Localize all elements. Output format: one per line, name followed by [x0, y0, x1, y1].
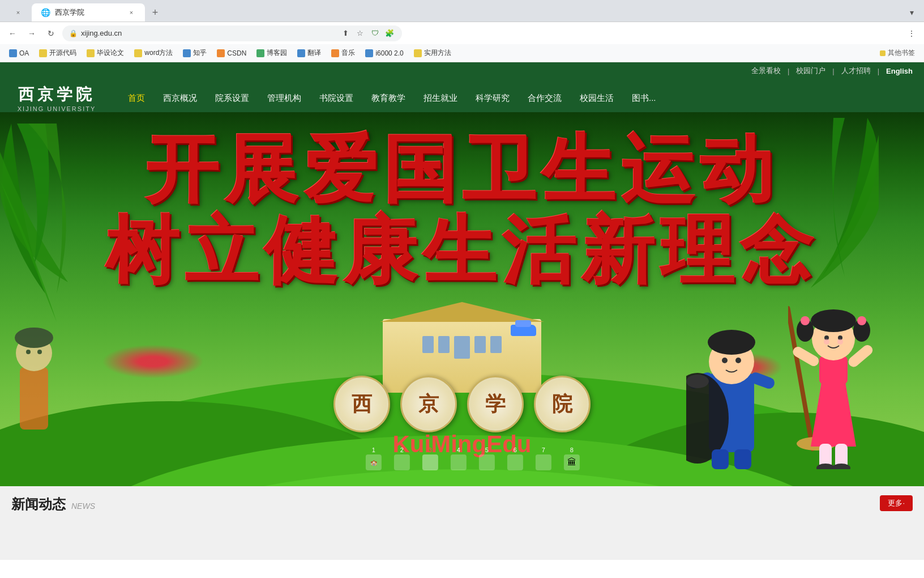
address-bar-row: ← → ↻ 🔒 xijing.edu.cn ⬆ ☆ 🛡 🧩 ⋮ — [0, 22, 924, 44]
slide-4[interactable]: 4 — [451, 447, 467, 470]
bookmark-methods[interactable]: 实用方法 — [409, 47, 456, 59]
slide-2[interactable]: 2 — [394, 447, 410, 470]
nav-menu: 首页 西京概况 院系设置 管理机构 书院设置 教育教学 招生就业 科学研究 合作… — [119, 87, 913, 109]
tab-overflow-button[interactable]: ▾ — [904, 5, 919, 20]
slide-5[interactable]: 5 — [479, 447, 495, 470]
more-button[interactable]: 更多· — [880, 495, 913, 511]
svg-point-39 — [37, 350, 42, 354]
bookmark-word-label: word方法 — [144, 48, 173, 58]
nav-management[interactable]: 管理机构 — [258, 87, 310, 109]
nav-research[interactable]: 科学研究 — [467, 87, 519, 109]
header-main: 西京学院 XIJING UNIVERSITY 首页 西京概况 院系设置 管理机构… — [0, 79, 924, 112]
bookmark-cnblogs-label: 博客园 — [267, 48, 287, 58]
back-button[interactable]: ← — [5, 26, 20, 41]
website-content: 全景看校 | 校园门户 | 人才招聘 | English 西京学院 XIJING… — [0, 62, 924, 560]
medallions-row: 西 京 学 院 — [333, 376, 591, 432]
bookmark-oa-icon — [9, 49, 17, 57]
bookmark-thesis-icon — [87, 49, 95, 57]
more-bookmarks-label: 其他书签 — [888, 48, 915, 58]
cartoon-left-character — [6, 299, 62, 441]
bookmark-oa[interactable]: OA — [5, 48, 33, 58]
address-icons: ⬆ ☆ 🛡 🧩 — [340, 28, 395, 39]
slide-3[interactable]: 3 — [422, 447, 438, 470]
address-bar[interactable]: 🔒 xijing.edu.cn ⬆ ☆ 🛡 🧩 — [62, 26, 402, 41]
window-center — [454, 336, 470, 359]
slide-indicators: 1 🏫 2 3 4 5 6 — [366, 447, 580, 470]
customize-button[interactable]: ⋮ — [904, 26, 919, 41]
slide-icon-5 — [479, 454, 495, 470]
slide-num-6: 6 — [514, 447, 517, 453]
bookmark-opensrc-icon — [39, 49, 47, 57]
svg-point-27 — [824, 339, 829, 345]
tab-inactive-close[interactable]: × — [14, 8, 23, 17]
bookmark-i6000-label: i6000 2.0 — [375, 49, 403, 57]
bookmark-cnblogs-icon — [256, 49, 264, 57]
nav-library[interactable]: 图书... — [623, 87, 665, 109]
nav-enrollment[interactable]: 招生就业 — [414, 87, 467, 109]
car-top — [515, 320, 531, 327]
bookmark-i6000-icon — [365, 49, 373, 57]
nav-about[interactable]: 西京概况 — [154, 87, 206, 109]
forward-button[interactable]: → — [24, 26, 40, 41]
bookmark-cnblogs[interactable]: 博客园 — [252, 47, 292, 59]
logo-cn: 西京学院 — [18, 84, 95, 105]
flower-patch-left — [102, 345, 204, 379]
extension-icon[interactable]: 🧩 — [384, 28, 395, 39]
logo-area[interactable]: 西京学院 XIJING UNIVERSITY — [11, 84, 102, 112]
header-sep-1: | — [788, 67, 789, 75]
bottom-section: 新闻动态 NEWS 更多· — [0, 486, 924, 560]
refresh-button[interactable]: ↻ — [43, 26, 59, 41]
bookmark-zhihu[interactable]: 知乎 — [178, 47, 211, 59]
bookmark-csdn[interactable]: CSDN — [212, 48, 251, 58]
building-windows — [422, 336, 502, 359]
more-bookmarks: 其他书签 — [875, 47, 919, 59]
medallion-1: 西 — [333, 376, 390, 432]
star-icon[interactable]: ☆ — [354, 28, 366, 39]
nav-campus[interactable]: 校园生活 — [571, 87, 623, 109]
share-icon[interactable]: ⬆ — [340, 28, 351, 39]
slide-1[interactable]: 1 🏫 — [366, 447, 382, 470]
medallion-4: 院 — [534, 376, 591, 432]
tab-inactive[interactable]: × — [5, 3, 32, 22]
slide-num-8: 8 — [570, 447, 574, 453]
address-url: xijing.edu.cn — [81, 29, 336, 37]
news-section: 新闻动态 NEWS — [11, 495, 95, 513]
header-link-panorama[interactable]: 全景看校 — [751, 66, 781, 76]
window — [490, 336, 502, 353]
tab-overflow: ▾ — [904, 5, 919, 20]
slide-7[interactable]: 7 — [536, 447, 551, 470]
hero-banner: 开展爱国卫生运动 树立健康生活新理念 西 京 学 院 — [0, 112, 924, 486]
nav-cooperation[interactable]: 合作交流 — [519, 87, 571, 109]
bookmark-i6000[interactable]: i6000 2.0 — [361, 48, 408, 58]
hero-main-text: 开展爱国卫生运动 树立健康生活新理念 — [34, 129, 890, 291]
bookmark-word[interactable]: word方法 — [130, 47, 177, 59]
nav-departments[interactable]: 院系设置 — [206, 87, 258, 109]
header-link-english[interactable]: English — [886, 67, 913, 75]
news-subtitle: NEWS — [71, 502, 95, 511]
bookmark-music[interactable]: 音乐 — [327, 47, 360, 59]
tab-active[interactable]: 🌐 西京学院 × — [32, 3, 145, 22]
bookmark-opensrc-label: 开源代码 — [49, 48, 76, 58]
nav-college[interactable]: 书院设置 — [310, 87, 362, 109]
svg-point-13 — [686, 375, 709, 388]
tab-active-close[interactable]: × — [127, 8, 136, 17]
header-link-recruit[interactable]: 人才招聘 — [841, 66, 871, 76]
bookmark-zhihu-label: 知乎 — [193, 48, 207, 58]
bookmark-thesis[interactable]: 毕设论文 — [82, 47, 129, 59]
hero-line1: 开展爱国卫生运动 — [34, 129, 890, 210]
svg-point-34 — [832, 464, 850, 469]
medallion-2: 京 — [400, 376, 457, 432]
nav-education[interactable]: 教育教学 — [362, 87, 414, 109]
slide-num-5: 5 — [485, 447, 489, 453]
slide-6[interactable]: 6 — [507, 447, 523, 470]
bookmark-translate[interactable]: 翻译 — [293, 47, 326, 59]
header-link-portal[interactable]: 校园门户 — [796, 66, 825, 76]
bookmark-methods-label: 实用方法 — [424, 48, 451, 58]
slide-num-4: 4 — [457, 447, 460, 453]
slide-8[interactable]: 8 🏛 — [564, 447, 580, 470]
nav-home[interactable]: 首页 — [119, 87, 154, 109]
bookmark-opensrc[interactable]: 开源代码 — [35, 47, 81, 59]
svg-point-8 — [722, 358, 728, 363]
svg-point-28 — [837, 339, 843, 345]
new-tab-button[interactable]: + — [147, 5, 163, 20]
